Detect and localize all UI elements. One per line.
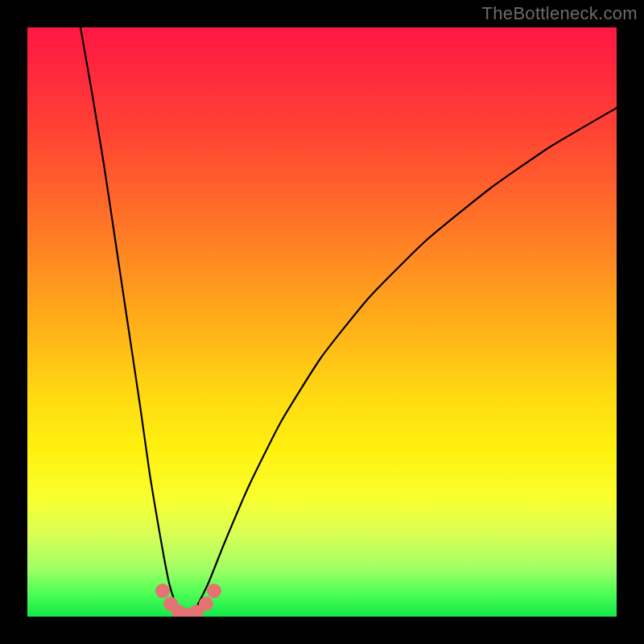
curve-layer [27,27,617,617]
trough-dot [199,597,213,611]
left-branch-curve [80,27,188,616]
right-branch-curve [188,108,617,616]
watermark-text: TheBottleneck.com [482,3,638,24]
trough-dot [207,584,221,598]
plot-area [27,27,617,617]
chart-frame: TheBottleneck.com [0,0,644,644]
trough-dots-group [155,584,221,617]
trough-dot [155,584,170,598]
